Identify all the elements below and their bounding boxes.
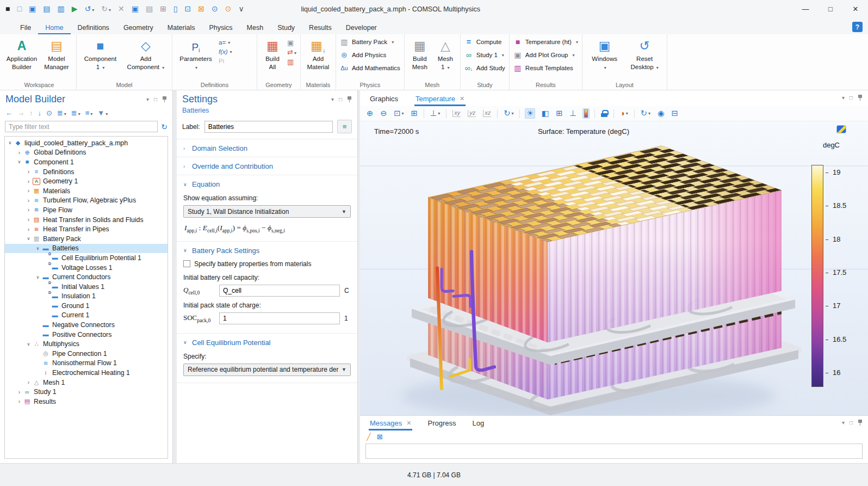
tree-item[interactable]: ›AGeometry 1 bbox=[5, 176, 168, 186]
equation-assuming-dropdown[interactable]: Study 1, Wall Distance Initialization▼ bbox=[183, 205, 351, 218]
duplicate-icon[interactable]: ⊞ bbox=[160, 5, 166, 13]
image-snapshot-icon[interactable]: ◉ bbox=[656, 109, 666, 118]
tree-item[interactable]: ›△Mesh 1 bbox=[5, 378, 168, 387]
update-geometry-button[interactable]: ⇄▾ bbox=[287, 48, 296, 56]
copy-icon[interactable]: ▣ bbox=[132, 5, 139, 13]
tab-graphics[interactable]: Graphics bbox=[369, 92, 399, 106]
open-messages-window-icon[interactable]: ⊠ bbox=[377, 433, 383, 440]
add-mathematics-button[interactable]: ΔuAdd Mathematics bbox=[340, 61, 400, 75]
virtual-operations-icon[interactable]: ▥ bbox=[287, 58, 296, 65]
section-cep-header[interactable]: ∨Cell Equilibrium Potential bbox=[177, 334, 357, 351]
panel-menu-icon[interactable]: ▾ bbox=[331, 96, 334, 102]
parameters-button[interactable]: Pi Parameters▾ bbox=[176, 35, 215, 71]
save-icon[interactable]: ▤ bbox=[43, 5, 50, 13]
chevron-right-icon[interactable]: › bbox=[26, 169, 32, 175]
open-file-icon[interactable]: ▣ bbox=[29, 5, 36, 13]
plot-thumbnail-icon[interactable] bbox=[836, 125, 846, 133]
undo-icon[interactable]: ↺▾ bbox=[84, 5, 94, 13]
section-domain-selection[interactable]: ›Domain Selection bbox=[177, 139, 357, 157]
panel-menu-icon[interactable]: ▾ bbox=[146, 96, 149, 102]
menu-home[interactable]: Home bbox=[38, 21, 70, 34]
menu-mesh[interactable]: Mesh bbox=[240, 21, 271, 34]
zoom-box-icon[interactable]: ⊡▾ bbox=[393, 109, 405, 118]
move-down-icon[interactable]: ↓ bbox=[38, 109, 42, 117]
show-grid-icon[interactable]: ⊞ bbox=[555, 109, 563, 118]
tab-temperature[interactable]: Temperature✕ bbox=[414, 92, 466, 106]
chevron-right-icon[interactable]: › bbox=[26, 179, 32, 184]
menu-results[interactable]: Results bbox=[302, 21, 339, 34]
component-1-button[interactable]: ■ Component1 ▾ bbox=[84, 35, 116, 71]
filter-input[interactable] bbox=[5, 121, 158, 132]
pin-panel-icon[interactable] bbox=[858, 95, 863, 101]
chevron-right-icon[interactable]: › bbox=[26, 198, 32, 204]
default-3d-view-icon[interactable]: ⊥▾ bbox=[429, 109, 442, 118]
new-file-icon[interactable]: □ bbox=[17, 5, 21, 13]
plot-canvas[interactable]: Time=72000 s Surface: Temperature (degC)… bbox=[360, 121, 868, 415]
tab-progress[interactable]: Progress bbox=[426, 416, 457, 430]
tree-item[interactable]: ›≋Heat Transfer in Pipes bbox=[5, 224, 168, 234]
windows-button[interactable]: ▣ Windows▾ bbox=[589, 35, 621, 71]
tree-item[interactable]: ≀Electrochemical Heating 1 bbox=[5, 368, 168, 378]
add-material-button[interactable]: ▦↓ AddMaterial bbox=[305, 35, 332, 71]
chevron-right-icon[interactable]: › bbox=[16, 389, 22, 395]
pin-panel-icon[interactable] bbox=[162, 96, 167, 102]
chevron-right-icon[interactable]: › bbox=[26, 379, 32, 385]
paste-icon[interactable]: ▤ bbox=[146, 5, 153, 13]
capacity-input[interactable] bbox=[219, 285, 340, 297]
pin-panel-icon[interactable] bbox=[858, 420, 863, 426]
close-tab-icon[interactable]: ✕ bbox=[406, 420, 411, 427]
chevron-right-icon[interactable]: › bbox=[26, 217, 32, 223]
tree-item[interactable]: ›∞Study 1 bbox=[5, 387, 168, 397]
graphics-settings-icon[interactable]: ◑▾ bbox=[619, 109, 629, 118]
menu-materials[interactable]: Materials bbox=[160, 21, 202, 34]
tree-item[interactable]: ›▦Materials bbox=[5, 186, 168, 196]
tree-item[interactable]: ≋Nonisothermal Flow 1 bbox=[5, 359, 168, 368]
view-xy-icon[interactable]: xy bbox=[451, 109, 462, 118]
find-replace-icon[interactable]: ⊙ bbox=[225, 5, 232, 13]
chevron-down-icon[interactable]: ∨ bbox=[35, 246, 41, 251]
run-application-icon[interactable]: ▶ bbox=[72, 5, 78, 13]
tree-item[interactable]: ▬Ground 1 bbox=[5, 301, 168, 311]
zoom-in-icon[interactable]: ⊕ bbox=[365, 109, 374, 118]
mesh-1-button[interactable]: △ Mesh1 ▾ bbox=[435, 35, 456, 71]
comsol-logo-icon[interactable]: ■ bbox=[5, 5, 10, 13]
menu-developer[interactable]: Developer bbox=[339, 21, 384, 34]
tab-messages[interactable]: Messages✕ bbox=[369, 416, 412, 430]
delete-icon[interactable]: ▯ bbox=[173, 5, 178, 13]
build-mesh-button[interactable]: ▦ BuildMesh bbox=[408, 35, 431, 71]
menu-geometry[interactable]: Geometry bbox=[116, 21, 160, 34]
filter-icon[interactable]: ▼▾ bbox=[97, 109, 108, 117]
update-plot-icon[interactable]: ↻▾ bbox=[640, 109, 652, 118]
refresh-icon[interactable]: ↻ bbox=[161, 123, 168, 131]
menu-study[interactable]: Study bbox=[270, 21, 302, 34]
tree-item[interactable]: ▬DInsulation 1 bbox=[5, 292, 168, 302]
tree-item[interactable]: ›≋Pipe Flow bbox=[5, 205, 168, 215]
customize-toolbar-icon[interactable]: ∨ bbox=[239, 5, 244, 13]
battery-pack-button[interactable]: ▥Battery Pack▾ bbox=[340, 35, 394, 48]
tree-item[interactable]: ›⊕Global Definitions bbox=[5, 148, 168, 158]
temperature-plot-button[interactable]: ■Temperature (ht)▾ bbox=[513, 35, 578, 48]
tree-item[interactable]: ›≡Definitions bbox=[5, 167, 168, 177]
chevron-down-icon[interactable]: ∨ bbox=[16, 159, 22, 164]
lock-selection-icon[interactable] bbox=[600, 109, 609, 118]
compute-button[interactable]: =Compute bbox=[464, 35, 502, 48]
save-preview-icon[interactable]: ▥ bbox=[57, 5, 64, 13]
panel-menu-icon[interactable]: ▾ bbox=[842, 420, 845, 426]
float-panel-icon[interactable]: □ bbox=[850, 420, 853, 426]
tree-item[interactable]: ›▤Results bbox=[5, 397, 168, 407]
clear-selection-icon[interactable]: ⊠ bbox=[198, 5, 204, 13]
clear-messages-icon[interactable]: ╱ bbox=[367, 433, 371, 440]
add-plot-group-button[interactable]: ▣Add Plot Group▾ bbox=[513, 48, 575, 61]
close-button[interactable]: ✕ bbox=[843, 0, 868, 18]
show-color-legend-icon[interactable] bbox=[582, 108, 590, 119]
application-builder-button[interactable]: A ApplicationBuilder bbox=[6, 35, 38, 71]
reset-desktop-button[interactable]: ↺ ResetDesktop ▾ bbox=[629, 35, 660, 71]
chevron-down-icon[interactable]: ∨ bbox=[26, 342, 32, 347]
functions-button[interactable]: f(x)▾ bbox=[219, 48, 232, 55]
help-button[interactable]: ? bbox=[852, 22, 863, 32]
tree-item[interactable]: ∨▬Batteries bbox=[5, 244, 168, 254]
collapse-all-icon[interactable]: ≣▾ bbox=[71, 109, 80, 117]
zoom-out-icon[interactable]: ⊖ bbox=[379, 109, 388, 118]
redo-icon[interactable]: ↻▾ bbox=[101, 5, 111, 13]
model-tree-nodes-icon[interactable]: ≡▾ bbox=[85, 109, 93, 117]
